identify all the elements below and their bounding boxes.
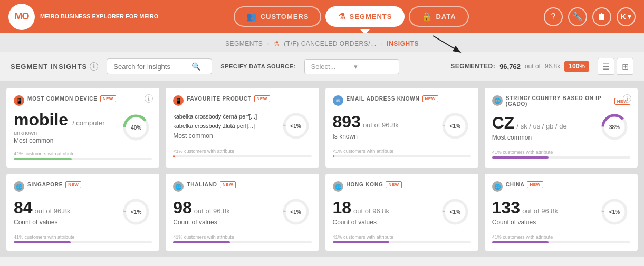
progress-bar-area: 42% customers with attribute xyxy=(14,149,152,160)
progress-label: 41% customers with attribute xyxy=(492,234,630,240)
user-button[interactable]: K ▾ xyxy=(617,7,636,26)
select-placeholder: Select... xyxy=(311,63,350,71)
breadcrumb-segments[interactable]: SEGMENTS xyxy=(225,40,263,47)
donut-chart: <1% xyxy=(280,110,312,142)
new-badge: NEW xyxy=(100,95,116,102)
card-big-value: 893 xyxy=(333,112,361,132)
donut-label: <1% xyxy=(290,209,301,215)
card-title-area: MOST COMMON DEVICE NEW xyxy=(27,95,152,102)
card-title-text: STRING/ COUNTRY BASED ON IP (GADO) xyxy=(506,95,612,107)
card-info-icon[interactable]: ℹ xyxy=(623,94,631,103)
search-icon: 🔍 xyxy=(191,62,200,71)
card-big-value: 84 xyxy=(14,198,33,218)
segments-icon: ⚗ xyxy=(338,12,346,22)
segmented-area: SEGMENTED: 96,762 out of 96.8k 100% xyxy=(450,61,589,72)
card-label: Count of values xyxy=(14,219,120,226)
card-label: Count of values xyxy=(333,219,439,226)
donut-label: <1% xyxy=(131,209,141,215)
nav-tab-customers-label: CUSTOMERS xyxy=(261,13,309,21)
progress-fill xyxy=(492,156,549,159)
filter-icon: ⚗ xyxy=(274,40,280,47)
segmented-label: SEGMENTED: xyxy=(450,63,495,70)
card-main-value: kabelka crossbody černá perf[...] kabelk… xyxy=(173,112,280,139)
donut-label: <1% xyxy=(450,209,460,215)
card-title-area: FAVOURITE PRODUCT NEW xyxy=(187,95,311,102)
nav-tab-segments-label: SEGMENTS xyxy=(349,13,392,21)
progress-label: 41% customers with attribute xyxy=(14,234,152,240)
donut-chart: <1% xyxy=(439,110,471,142)
card-title: THALIAND NEW xyxy=(187,181,311,188)
progress-track xyxy=(14,241,152,243)
card-email-address-known: ✉ EMAIL ADDRESS KNOWN NEW 893 out of 96.… xyxy=(325,88,478,168)
breadcrumb-sep1: › xyxy=(267,40,270,47)
card-label: Most common xyxy=(14,137,120,144)
card-sub-value: / computer xyxy=(72,119,104,127)
card-out-of: out of 96.8k xyxy=(353,207,389,215)
grid-view-button[interactable]: ⊞ xyxy=(617,58,633,75)
card-thaliand: 🌐 THALIAND NEW 98 out of 96.8k Count of … xyxy=(166,174,319,251)
help-button[interactable]: ? xyxy=(544,7,563,26)
progress-fill xyxy=(14,241,71,243)
tools-button[interactable]: 🔧 xyxy=(568,7,587,26)
progress-bar-area: 41% customers with attribute xyxy=(492,232,630,243)
card-string-country: 🌐 STRING/ COUNTRY BASED ON IP (GADO) NEW… xyxy=(485,88,638,168)
breadcrumb-current: INSIGHTS xyxy=(387,40,419,47)
card-out-of: out of 96.8k xyxy=(522,207,558,215)
progress-label: <1% customers with attribute xyxy=(173,149,311,154)
search-box[interactable]: 🔍 xyxy=(107,58,212,74)
nav-tab-customers[interactable]: 👥 CUSTOMERS xyxy=(234,6,322,27)
donut-chart: <1% xyxy=(280,196,312,228)
cards-grid: 📱 MOST COMMON DEVICE NEW ℹ mobile / comp… xyxy=(0,82,644,257)
progress-label: 41% customers with attribute xyxy=(173,234,311,240)
donut-chart: <1% xyxy=(120,196,152,228)
card-main-value: CZ / sk / us / gb / de Most common xyxy=(492,113,599,141)
progress-bar-area: <1% customers with attribute xyxy=(173,146,311,157)
card-body: CZ / sk / us / gb / de Most common 38% xyxy=(492,111,630,143)
card-big-value: CZ xyxy=(492,113,515,133)
progress-fill xyxy=(333,155,334,157)
progress-label: 41% customers with attribute xyxy=(333,234,471,240)
segment-insights-text: SEGMENT INSIGHTS xyxy=(11,63,87,71)
progress-fill xyxy=(173,155,175,157)
progress-fill xyxy=(173,241,230,243)
card-hong-kong: 🌐 HONG KONG NEW 18 out of 96.8k Count of… xyxy=(325,174,478,251)
card-type-icon: 📱 xyxy=(14,95,24,106)
nav-tab-data[interactable]: 🔒 DATA xyxy=(409,6,468,27)
card-type-icon: 🌐 xyxy=(14,181,24,192)
nav-tab-segments[interactable]: ⚗ SEGMENTS xyxy=(325,6,405,27)
segment-insights-info-icon[interactable]: ℹ xyxy=(90,62,98,71)
progress-label: <1% customers with attribute xyxy=(333,149,471,154)
app-name: MEIRO BUSINESS EXPLORER FOR MEIRO xyxy=(40,13,158,20)
card-title: STRING/ COUNTRY BASED ON IP (GADO) NEW xyxy=(506,95,630,107)
list-view-button[interactable]: ☰ xyxy=(598,58,614,75)
card-header: 🌐 STRING/ COUNTRY BASED ON IP (GADO) NEW xyxy=(492,95,630,107)
card-alt-values: / sk / us / gb / de xyxy=(516,122,566,130)
donut-label: <1% xyxy=(609,209,620,215)
delete-button[interactable]: 🗑 xyxy=(592,7,611,26)
card-label: Is known xyxy=(333,133,439,140)
card-big-value: 133 xyxy=(492,198,520,218)
search-input[interactable] xyxy=(113,63,187,71)
card-title: CHINA NEW xyxy=(506,181,630,188)
card-most-common-device: 📱 MOST COMMON DEVICE NEW ℹ mobile / comp… xyxy=(6,88,159,168)
card-favourite-product: 📱 FAVOURITE PRODUCT NEW kabelka crossbod… xyxy=(166,88,319,168)
card-type-icon: 🌐 xyxy=(173,181,184,192)
card-title-text: CHINA xyxy=(506,182,525,188)
donut-label: <1% xyxy=(290,123,301,129)
logo-area: MO MEIRO BUSINESS EXPLORER FOR MEIRO xyxy=(8,4,158,30)
card-header: 📱 FAVOURITE PRODUCT NEW xyxy=(173,95,311,106)
progress-track xyxy=(492,156,630,159)
customers-icon: 👥 xyxy=(246,12,257,22)
new-badge: NEW xyxy=(254,95,270,102)
card-title-text: MOST COMMON DEVICE xyxy=(27,96,98,102)
data-source-select[interactable]: Select... ▾ xyxy=(304,59,399,74)
breadcrumb: SEGMENTS › ⚗ (T/F) CANCELED ORDERS/... ·… xyxy=(225,40,419,52)
progress-fill xyxy=(333,241,390,243)
progress-track xyxy=(173,241,311,243)
card-title-area: STRING/ COUNTRY BASED ON IP (GADO) NEW xyxy=(506,95,630,107)
card-title-area: EMAIL ADDRESS KNOWN NEW xyxy=(347,95,471,102)
donut-chart: <1% xyxy=(439,196,471,228)
card-main-value: 98 out of 96.8k Count of values xyxy=(173,198,280,226)
breadcrumb-filter[interactable]: (T/F) CANCELED ORDERS/... xyxy=(284,40,376,47)
card-title-text: SINGAPORE xyxy=(27,182,63,188)
